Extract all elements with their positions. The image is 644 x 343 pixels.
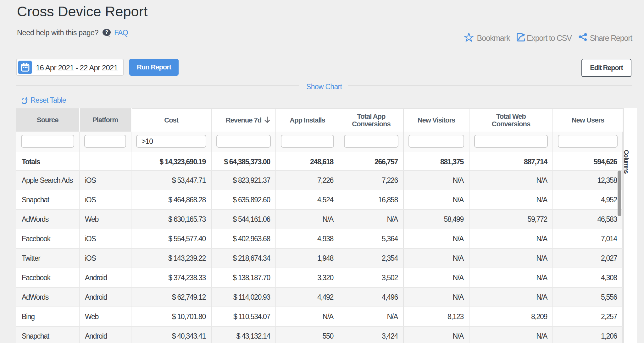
svg-text:?: ? (105, 30, 108, 35)
